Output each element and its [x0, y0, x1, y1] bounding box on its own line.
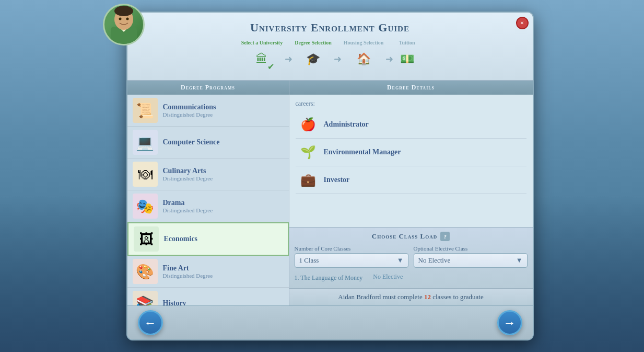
- enrollment-modal: × University Enrollment Guide Select a U…: [126, 12, 534, 340]
- svg-point-3: [114, 6, 133, 16]
- history-text: History: [163, 299, 186, 305]
- step-2-label: Degree Selection: [295, 40, 332, 46]
- elective-class-group: Optional Elective Class No Elective ▼: [414, 245, 528, 268]
- elective-class-value: No Elective: [418, 256, 451, 265]
- degree-item-economics[interactable]: 🖼 Economics: [127, 222, 289, 256]
- fine-art-sub: Distinguished Degree: [163, 272, 213, 279]
- step-2-icon: 🎓: [302, 48, 325, 71]
- fine-art-name: Fine Art: [163, 264, 213, 272]
- degree-item-history[interactable]: 📚 History: [127, 288, 289, 305]
- communications-text: Communications Distinguished Degree: [163, 103, 216, 118]
- help-button[interactable]: ?: [440, 232, 450, 241]
- back-button[interactable]: ←: [138, 310, 163, 335]
- svg-point-4: [119, 17, 121, 20]
- degree-item-fine-art[interactable]: 🎨 Fine Art Distinguished Degree: [127, 256, 289, 288]
- step-3-label: Housing Selection: [344, 40, 383, 46]
- degree-item-drama[interactable]: 🎭 Drama Distinguished Degree: [127, 190, 289, 222]
- drama-sub: Distinguished Degree: [163, 207, 213, 213]
- career-item-investor: 💼 Investor: [296, 166, 526, 194]
- core-classes-chevron-icon: ▼: [397, 256, 404, 265]
- class-number: 1.: [295, 274, 301, 281]
- core-class-list: 1. The Language of Money: [295, 272, 363, 284]
- degree-item-culinary-arts[interactable]: 🍽 Culinary Arts Distinguished Degree: [127, 158, 289, 190]
- environmental-manager-icon: 🌱: [298, 142, 319, 163]
- careers-label: careers:: [296, 100, 526, 108]
- computer-science-name: Computer Science: [163, 138, 220, 146]
- drama-name: Drama: [163, 199, 213, 207]
- computer-science-text: Computer Science: [163, 138, 220, 146]
- class-name: The Language of Money: [300, 274, 362, 281]
- modal-body: Degree Programs 📜 Communications Disting…: [127, 81, 533, 305]
- culinary-arts-name: Culinary Arts: [163, 167, 213, 175]
- fine-art-text: Fine Art Distinguished Degree: [163, 264, 213, 279]
- step-1-check: ✔: [267, 62, 274, 72]
- step-tuition[interactable]: Tuition 💵: [395, 40, 418, 71]
- careers-section: careers: 🍎 Administrator 🌱 Environmental…: [289, 95, 533, 227]
- drama-text: Drama Distinguished Degree: [163, 199, 213, 213]
- computer-science-icon: 💻: [133, 130, 158, 155]
- core-classes-label: Number of Core Classes: [295, 245, 408, 252]
- administrator-icon: 🍎: [298, 114, 319, 135]
- career-item-environmental-manager: 🌱 Environmental Manager: [296, 139, 526, 166]
- nav-buttons: ← →: [127, 305, 533, 339]
- step-degree-selection[interactable]: Degree Selection 🎓: [295, 40, 332, 71]
- class-load-section: Choose Class Load ? Number of Core Class…: [289, 227, 533, 288]
- degree-details-header: Degree Details: [289, 81, 533, 95]
- step-4-label: Tuition: [399, 40, 415, 46]
- step-1-icon-wrap: 🏛 ✔: [250, 48, 273, 71]
- step-3-icon: 🏠: [352, 48, 375, 71]
- career-item-administrator: 🍎 Administrator: [296, 111, 526, 139]
- culinary-arts-icon: 🍽: [133, 162, 158, 187]
- next-button[interactable]: →: [497, 310, 522, 335]
- economics-name: Economics: [164, 235, 198, 243]
- history-name: History: [163, 299, 186, 305]
- graduation-count: 12: [424, 293, 431, 301]
- step-1-label: Select a University: [241, 40, 283, 46]
- class-list-item-1: 1. The Language of Money: [295, 273, 363, 283]
- arrow-2: ➜: [334, 46, 342, 65]
- arrow-1: ➜: [285, 46, 292, 65]
- step-indicator: Select a University 🏛 ✔ ➜ Degree Selecti…: [138, 40, 522, 75]
- class-load-header: Choose Class Load ?: [295, 232, 528, 241]
- step-4-icon: 💵: [395, 48, 418, 71]
- footer-text-after: classes to graduate: [431, 293, 484, 301]
- core-classes-dropdown[interactable]: 1 Class ▼: [295, 253, 408, 268]
- elective-class-list: No Elective: [373, 272, 403, 284]
- degree-item-communications[interactable]: 📜 Communications Distinguished Degree: [127, 95, 289, 127]
- arrow-3: ➜: [385, 46, 393, 65]
- step-housing-selection[interactable]: Housing Selection 🏠: [344, 40, 383, 71]
- communications-name: Communications: [163, 103, 216, 111]
- elective-item-1: No Elective: [373, 273, 403, 281]
- degree-programs-panel: Degree Programs 📜 Communications Disting…: [127, 81, 289, 305]
- degree-programs-header: Degree Programs: [127, 81, 289, 95]
- elective-class-dropdown[interactable]: No Elective ▼: [414, 253, 528, 268]
- investor-name: Investor: [324, 176, 350, 184]
- footer-text-before: Aidan Bradford must complete: [338, 293, 424, 301]
- degree-item-computer-science[interactable]: 💻 Computer Science: [127, 127, 289, 158]
- history-icon: 📚: [133, 291, 158, 305]
- class-load-title: Choose Class Load: [372, 232, 437, 241]
- graduation-requirement: Aidan Bradford must complete 12 classes …: [289, 288, 533, 305]
- class-load-selectors: Number of Core Classes 1 Class ▼ Optiona…: [295, 245, 528, 268]
- communications-icon: 📜: [133, 98, 158, 123]
- modal-title: University Enrollment Guide: [138, 21, 522, 35]
- svg-point-5: [126, 17, 128, 20]
- culinary-arts-sub: Distinguished Degree: [163, 175, 213, 181]
- degree-details-panel: Degree Details careers: 🍎 Administrator …: [289, 81, 533, 305]
- core-classes-value: 1 Class: [299, 256, 319, 265]
- economics-icon: 🖼: [134, 226, 159, 252]
- modal-header: University Enrollment Guide Select a Uni…: [127, 13, 533, 81]
- step-select-university[interactable]: Select a University 🏛 ✔: [241, 40, 283, 71]
- administrator-name: Administrator: [324, 120, 369, 129]
- investor-icon: 💼: [298, 169, 319, 190]
- communications-sub: Distinguished Degree: [163, 111, 216, 118]
- elective-class-chevron-icon: ▼: [516, 256, 523, 265]
- core-classes-group: Number of Core Classes 1 Class ▼: [295, 245, 408, 268]
- elective-class-label: Optional Elective Class: [414, 245, 528, 252]
- degree-list: 📜 Communications Distinguished Degree 💻 …: [127, 95, 289, 305]
- avatar: [103, 4, 145, 46]
- economics-text: Economics: [164, 235, 198, 243]
- environmental-manager-name: Environmental Manager: [324, 148, 401, 156]
- drama-icon: 🎭: [133, 194, 158, 219]
- close-button[interactable]: ×: [516, 17, 529, 29]
